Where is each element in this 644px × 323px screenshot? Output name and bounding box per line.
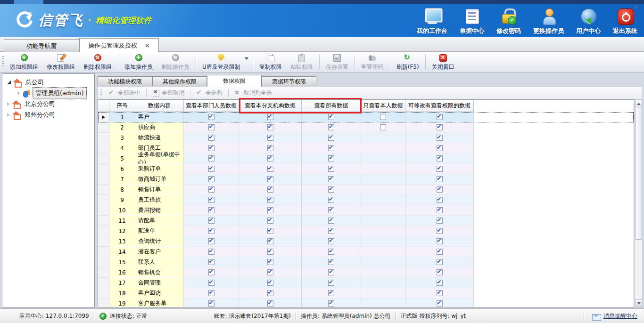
- checkbox-modify[interactable]: [437, 259, 443, 265]
- add-perm-group-button[interactable]: 添加权限组: [6, 52, 42, 72]
- checkbox-modify[interactable]: [437, 135, 443, 141]
- checkbox-dept[interactable]: [208, 145, 215, 151]
- checkbox-dept[interactable]: [208, 135, 215, 141]
- checkbox-modify[interactable]: [437, 280, 443, 286]
- checkbox-branch[interactable]: [267, 145, 273, 151]
- checkbox-branch[interactable]: [267, 155, 273, 162]
- checkbox-modify[interactable]: [437, 228, 443, 234]
- save-settings-button[interactable]: 保存设置: [322, 52, 353, 72]
- dropdown-arrow-icon[interactable]: [245, 52, 251, 72]
- message-center[interactable]: 消息提醒中心: [584, 309, 637, 323]
- tab-nav-window[interactable]: 功能导航窗: [4, 39, 79, 52]
- checkbox-branch[interactable]: [267, 124, 273, 130]
- checkbox-branch[interactable]: [267, 249, 273, 255]
- checkbox-modify[interactable]: [437, 300, 443, 307]
- reset-password-button[interactable]: 重置密码: [357, 52, 388, 72]
- checkbox-dept[interactable]: [208, 207, 215, 213]
- perm-tab-other-ops[interactable]: 其他操作权限: [152, 76, 207, 87]
- checkbox-branch[interactable]: [267, 259, 273, 265]
- checkbox-branch[interactable]: [267, 197, 273, 203]
- checkbox-dept[interactable]: [208, 280, 215, 286]
- checkbox-self[interactable]: [380, 124, 386, 130]
- checkbox-all[interactable]: [328, 176, 334, 182]
- cancel-all-button[interactable]: 全部取消: [149, 89, 188, 97]
- checkbox-all[interactable]: [328, 238, 334, 244]
- select-all-button[interactable]: 全部选中: [105, 89, 144, 97]
- checkbox-modify[interactable]: [437, 155, 443, 162]
- checkbox-branch[interactable]: [267, 280, 273, 286]
- checkbox-modify[interactable]: [437, 197, 443, 203]
- checkbox-all[interactable]: [328, 186, 334, 193]
- checkbox-dept[interactable]: [208, 197, 215, 203]
- expanded-icon[interactable]: [7, 81, 11, 84]
- quick-action-lock[interactable]: 修改密码: [496, 8, 521, 35]
- quick-action-person[interactable]: 更换操作员: [533, 8, 564, 35]
- checkbox-all[interactable]: [328, 280, 334, 286]
- checkbox-all[interactable]: [328, 300, 334, 307]
- checkbox-modify[interactable]: [437, 166, 443, 172]
- checkbox-all[interactable]: [328, 166, 334, 172]
- checkbox-dept[interactable]: [208, 124, 215, 130]
- checkbox-modify[interactable]: [437, 145, 443, 151]
- checkbox-modify[interactable]: [437, 186, 443, 193]
- column-header-modify[interactable]: 可修改有查看权限的数据: [405, 100, 474, 112]
- checkbox-branch[interactable]: [267, 238, 273, 244]
- tree-node-zhengzhou-branch[interactable]: 郑州分公司: [2, 109, 94, 120]
- checkbox-modify[interactable]: [437, 249, 443, 255]
- checkbox-branch[interactable]: [267, 269, 273, 275]
- checkbox-branch[interactable]: [267, 218, 273, 224]
- quick-action-doc[interactable]: 单据中心: [460, 8, 484, 35]
- checkbox-modify[interactable]: [437, 207, 443, 213]
- checkbox-branch[interactable]: [267, 176, 273, 182]
- checkbox-all[interactable]: [328, 259, 334, 265]
- column-header-num[interactable]: 序号: [109, 100, 135, 112]
- scroll-thumb[interactable]: [635, 108, 642, 240]
- checkbox-dept[interactable]: [208, 228, 215, 234]
- checkbox-all[interactable]: [328, 155, 334, 162]
- checkbox-self[interactable]: [380, 114, 386, 120]
- checkbox-dept[interactable]: [208, 269, 215, 275]
- checkbox-dept[interactable]: [208, 238, 215, 244]
- perm-tab-ticket-stage[interactable]: 票据环节权限: [262, 76, 316, 87]
- checkbox-all[interactable]: [328, 218, 334, 224]
- select-column-button[interactable]: 全选列: [192, 89, 226, 97]
- checkbox-all[interactable]: [328, 145, 334, 151]
- checkbox-branch[interactable]: [267, 186, 273, 193]
- column-header-self[interactable]: 只查看本人数据: [361, 100, 405, 112]
- checkbox-branch[interactable]: [267, 114, 273, 120]
- checkbox-modify[interactable]: [437, 124, 443, 130]
- collapsed-icon[interactable]: [17, 91, 20, 95]
- checkbox-all[interactable]: [328, 290, 334, 296]
- delete-perm-group-button[interactable]: 删除权限组: [79, 52, 116, 72]
- column-header-branch[interactable]: 查看本分支机构数据: [239, 100, 302, 112]
- checkbox-dept[interactable]: [208, 186, 215, 193]
- copy-perm-button[interactable]: 复制权限: [255, 52, 286, 72]
- checkbox-dept[interactable]: [208, 176, 215, 182]
- scroll-down-button[interactable]: [635, 299, 642, 307]
- message-center-link[interactable]: 消息提醒中心: [603, 312, 637, 320]
- checkbox-modify[interactable]: [437, 114, 443, 120]
- checkbox-modify[interactable]: [437, 290, 443, 296]
- checkbox-all[interactable]: [328, 114, 334, 120]
- checkbox-modify[interactable]: [437, 218, 443, 224]
- collapsed-icon[interactable]: [7, 113, 10, 117]
- cancel-column-select-button[interactable]: 取消列全选: [231, 89, 276, 97]
- tree-node-company-hq[interactable]: 总公司: [2, 77, 94, 88]
- column-header-dept[interactable]: 查看本部门人员数据: [184, 100, 239, 112]
- vertical-scrollbar[interactable]: [635, 99, 643, 307]
- checkbox-dept[interactable]: [208, 166, 215, 172]
- add-operator-button[interactable]: 添加操作员: [120, 52, 157, 72]
- checkbox-all[interactable]: [328, 135, 334, 141]
- checkbox-dept[interactable]: [208, 290, 215, 296]
- checkbox-dept[interactable]: [208, 249, 215, 255]
- collapsed-icon[interactable]: [7, 102, 10, 106]
- quick-action-workbench[interactable]: 我的工作台: [417, 8, 447, 35]
- checkbox-all[interactable]: [328, 228, 334, 234]
- checkbox-branch[interactable]: [267, 300, 273, 307]
- ushield-login-limit-button[interactable]: U盾及登录限制: [198, 52, 245, 72]
- checkbox-dept[interactable]: [208, 218, 215, 224]
- column-header-all[interactable]: 查看所有数据: [302, 100, 361, 112]
- checkbox-dept[interactable]: [208, 114, 215, 120]
- checkbox-branch[interactable]: [267, 290, 273, 296]
- tree-node-beijing-branch[interactable]: 北京分公司: [2, 98, 94, 109]
